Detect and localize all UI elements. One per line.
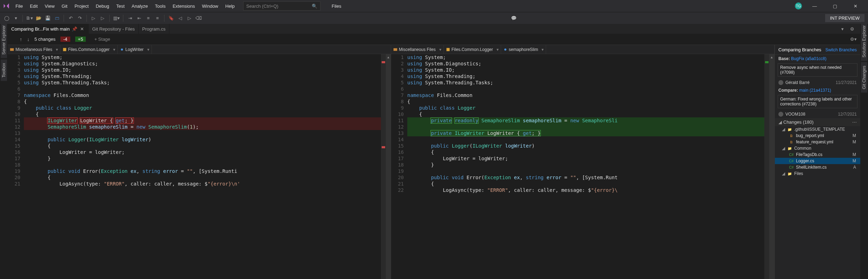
prev-change-button[interactable]: ↑ <box>20 37 22 42</box>
overview-ruler-right[interactable] <box>764 54 769 279</box>
menu-help[interactable]: Help <box>222 1 238 11</box>
changes-header[interactable]: Changes (180) <box>783 119 814 125</box>
code-line[interactable]: LogWriter = logWriter; <box>407 155 764 162</box>
tab-settings-icon[interactable]: ⚙ <box>848 25 856 33</box>
compare-value[interactable]: main (21a41371) <box>799 88 831 93</box>
menu-test[interactable]: Test <box>113 1 128 11</box>
sidetab-git-changes[interactable]: Git Changes <box>861 62 867 93</box>
code-line[interactable]: public void Error(Exception ex, string e… <box>24 168 381 174</box>
code-line[interactable]: public Logger(ILogWriter logWriter) <box>407 143 764 149</box>
code-line[interactable]: namespace Files.Common <box>407 92 764 98</box>
code-line[interactable]: { <box>24 111 381 117</box>
open-icon[interactable]: 📂 <box>35 14 43 22</box>
breadcrumb-segment[interactable]: semaphoreSlim▾ <box>501 45 546 54</box>
code-line[interactable]: using System.Threading.Tasks; <box>407 79 764 86</box>
tree-file[interactable]: C#FileTagsDb.csM <box>775 151 860 158</box>
chevron-down-icon[interactable]: ▾ <box>542 47 544 52</box>
preview-badge[interactable]: INT PREVIEW <box>825 14 864 22</box>
bookmark-prev-icon[interactable]: ◁ <box>176 14 184 22</box>
doc-tab[interactable]: Comparing Br...Fix with main📌✕ <box>8 24 89 34</box>
code-line[interactable]: using System.Threading; <box>407 73 764 79</box>
code-line[interactable]: } <box>24 155 381 162</box>
tree-file[interactable]: 🗎bug_report.ymlM <box>775 132 860 139</box>
code-line[interactable]: public Logger(ILogWriter logWriter) <box>24 136 381 143</box>
code-line[interactable] <box>24 86 381 92</box>
close-tab-icon[interactable]: ✕ <box>79 26 85 32</box>
code-line[interactable]: using System.IO; <box>407 67 764 73</box>
code-line[interactable]: using System.Diagnostics; <box>24 60 381 67</box>
layout-icon[interactable]: ▥▾ <box>112 14 120 22</box>
minimize-button[interactable]: ― <box>807 0 822 12</box>
code-line[interactable] <box>24 130 381 136</box>
doc-tab[interactable]: Git Repository - Files <box>89 24 138 34</box>
stage-button[interactable]: + Stage <box>94 37 110 42</box>
sidetab-solution-explorer[interactable]: Solution Explorer <box>861 22 867 61</box>
save-icon[interactable]: 💾 <box>44 14 52 22</box>
menu-git[interactable]: Git <box>58 1 71 11</box>
feedback-icon[interactable]: 💬 <box>510 14 518 22</box>
chevron-down-icon[interactable]: ▾ <box>147 47 149 52</box>
code-line[interactable] <box>24 162 381 168</box>
chevron-down-icon[interactable]: ◢ <box>778 119 782 125</box>
code-line[interactable] <box>407 86 764 92</box>
tree-file[interactable]: 🗎feature_request.ymlM <box>775 139 860 145</box>
save-all-icon[interactable]: 🗃 <box>53 14 61 22</box>
step-icon-3[interactable]: ≡ <box>144 14 152 22</box>
code-line[interactable]: { <box>24 143 381 149</box>
close-window-button[interactable]: ✕ <box>848 0 863 12</box>
bookmark-icon[interactable]: 🔖 <box>167 14 175 22</box>
code-line[interactable]: using System; <box>407 54 764 60</box>
doc-tab[interactable]: Program.cs <box>139 24 169 34</box>
bookmark-next-icon[interactable]: ▷ <box>186 14 193 22</box>
tab-overflow-icon[interactable]: ▾ <box>838 25 846 33</box>
menu-debug[interactable]: Debug <box>92 1 112 11</box>
tree-file[interactable]: C#ShellLinkItem.csA <box>775 164 860 170</box>
code-line[interactable]: using System.Threading; <box>24 73 381 79</box>
base-value[interactable]: BugFix (a5a01cc8) <box>791 56 827 61</box>
breadcrumb-segment[interactable]: LogWriter▾ <box>118 45 152 54</box>
breadcrumb-segment[interactable]: Files.Common.Logger▾ <box>60 45 118 54</box>
tree-folder[interactable]: ◢📁Files <box>775 170 860 177</box>
chevron-down-icon[interactable]: ▾ <box>497 47 499 52</box>
menu-analyze[interactable]: Analyze <box>128 1 151 11</box>
tree-folder[interactable]: ◢📁Common <box>775 145 860 151</box>
new-item-icon[interactable]: 🗎▾ <box>26 14 33 22</box>
code-line[interactable]: { <box>407 111 764 117</box>
start-icon[interactable]: ▷ <box>90 14 97 22</box>
code-line[interactable]: ILogWriter LogWriter { get; } <box>24 117 381 124</box>
chevron-down-icon[interactable]: ▾ <box>113 47 115 52</box>
code-line[interactable] <box>407 168 764 174</box>
tree-folder[interactable]: ◢📁.github\ISSUE_TEMPLATE <box>775 126 860 132</box>
code-line[interactable]: } <box>407 162 764 168</box>
code-line[interactable]: public class Logger <box>407 105 764 111</box>
chevron-down-icon[interactable]: ◢ <box>782 171 785 176</box>
menu-extensions[interactable]: Extensions <box>169 1 199 11</box>
chevron-down-icon[interactable]: ▾ <box>439 47 441 52</box>
code-line[interactable]: { <box>407 181 764 187</box>
code-left[interactable]: using System;using System.Diagnostics;us… <box>24 54 381 279</box>
code-line[interactable]: using System.Threading.Tasks; <box>24 79 381 86</box>
chevron-down-icon[interactable]: ◢ <box>782 146 785 151</box>
code-line[interactable]: public void Error(Exception ex, string e… <box>407 174 764 181</box>
sidetab-server-explorer[interactable]: Server Explorer <box>1 22 7 58</box>
code-line[interactable]: { <box>407 149 764 155</box>
maximize-button[interactable]: ▢ <box>827 0 843 12</box>
overview-ruler-left[interactable] <box>381 54 386 279</box>
changes-tree[interactable]: ◢📁.github\ISSUE_TEMPLATE🗎bug_report.ymlM… <box>775 126 860 279</box>
code-line[interactable]: { <box>24 98 381 105</box>
bookmark-clear-icon[interactable]: ⌫ <box>195 14 202 22</box>
code-line[interactable] <box>407 124 764 130</box>
code-line[interactable]: using System.IO; <box>24 67 381 73</box>
menu-project[interactable]: Project <box>71 1 92 11</box>
pin-icon[interactable]: 📌 <box>72 26 77 32</box>
nav-fwd-icon[interactable]: ▾ <box>12 14 20 22</box>
scrollbar-right[interactable]: ▴ <box>769 54 774 279</box>
breadcrumb-segment[interactable]: Miscellaneous Files▾ <box>391 45 444 54</box>
user-avatar[interactable]: TG <box>795 2 802 9</box>
redo-icon[interactable]: ↷ <box>76 14 84 22</box>
code-line[interactable]: { <box>24 174 381 181</box>
search-input[interactable]: Search (Ctrl+Q) 🔍 <box>243 1 320 11</box>
code-line[interactable]: private ILogWriter LogWriter { get; } <box>407 130 764 136</box>
scrollbar-left[interactable]: ▴ <box>386 54 391 279</box>
nav-back-icon[interactable]: ◯ <box>3 14 11 22</box>
